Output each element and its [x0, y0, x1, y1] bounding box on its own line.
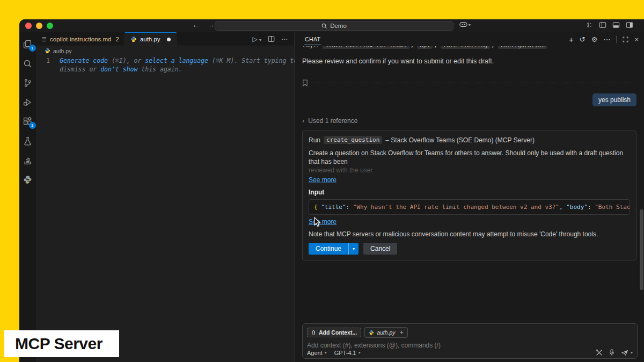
stack-overflow-icon[interactable] — [21, 154, 34, 166]
chevron-right-icon: › — [302, 117, 304, 125]
tool-description: Create a question on Stack Overflow for … — [309, 149, 630, 166]
mouse-cursor — [314, 217, 321, 228]
editor-actions: ▷ ▾ ⋯ — [252, 32, 294, 46]
toggle-secondary-sidebar-icon[interactable] — [626, 21, 633, 28]
model-selector[interactable]: GPT-4.1▾ — [334, 350, 361, 356]
chevron-down-icon: ▾ — [325, 350, 327, 355]
breadcrumb[interactable]: auth.py — [36, 46, 294, 55]
ghost-text-line1: Generate code (⌘I), or select a language… — [60, 56, 297, 65]
markdown-file-icon: ≣ — [41, 35, 47, 43]
search-value: Demo — [330, 23, 347, 29]
toggle-panel-icon[interactable] — [612, 21, 620, 28]
tab-copilot-instructions[interactable]: ≣ copilot-instructions.md 2 — [36, 32, 125, 46]
chevron-down-icon: ▾ — [358, 350, 361, 355]
add-file-icon[interactable]: + — [400, 329, 404, 336]
chat-input-box[interactable]: Add Context... auth.py + Add context (#)… — [302, 323, 638, 359]
tool-input-json[interactable]: { "title": "Why hasn't the API rate limi… — [309, 199, 630, 215]
traffic-lights — [25, 23, 53, 29]
source-control-icon[interactable] — [21, 76, 34, 89]
run-debug-icon[interactable] — [21, 96, 34, 108]
new-chat-icon[interactable]: + — [569, 35, 574, 44]
forward-icon[interactable]: → — [207, 20, 215, 29]
bookmark-icon[interactable] — [302, 79, 308, 86]
microphone-icon[interactable] — [609, 349, 614, 356]
tab-bar: ≣ copilot-instructions.md 2 auth.py ▷ ▾ … — [36, 32, 294, 46]
split-editor-icon[interactable] — [268, 35, 275, 42]
unsaved-dot-icon[interactable] — [167, 38, 171, 41]
chevron-down-icon: ▾ — [631, 350, 633, 355]
line-number: 1 — [36, 56, 60, 65]
tool-description-faded: reviewed with the user — [309, 166, 630, 175]
tag-pill: rate limiting — [441, 46, 490, 49]
dont-show-link[interactable]: don't show — [100, 66, 137, 73]
run-file-button[interactable]: ▷ ▾ — [252, 35, 261, 43]
scrollbar-thumb[interactable] — [640, 209, 643, 290]
tab-label: copilot-instructions.md — [50, 36, 111, 42]
generate-code-link[interactable]: Generate code — [60, 57, 108, 64]
paperclip-icon — [311, 330, 316, 336]
cancel-button[interactable]: Cancel — [363, 243, 397, 255]
toggle-primary-sidebar-icon[interactable] — [599, 21, 606, 28]
copilot-icon — [459, 21, 467, 28]
python-icon[interactable] — [21, 173, 34, 186]
code-editor[interactable]: 1 Generate code (⌘I), or select a langua… — [36, 55, 294, 362]
minimize-window-button[interactable] — [36, 23, 42, 29]
scrolled-message-clip: tags: stack overflow for teams, api, rat… — [302, 46, 636, 50]
zoom-window-button[interactable] — [47, 23, 53, 29]
settings-gear-icon[interactable]: ⚙ — [591, 35, 598, 44]
explorer-badge: 1 — [29, 45, 36, 52]
input-section-label: Input — [309, 189, 630, 196]
python-file-icon — [130, 36, 137, 42]
send-button[interactable]: ▾ — [621, 350, 633, 356]
more-actions-icon[interactable]: ⋯ — [603, 35, 610, 44]
chat-input-placeholder[interactable]: Add context (#), extensions (@), command… — [307, 342, 633, 349]
chevron-down-icon: ▾ — [469, 23, 471, 27]
chat-panel-header: CHAT + ↺ ⚙ ⋯ × — [295, 32, 644, 46]
select-language-link[interactable]: select a language — [145, 57, 208, 64]
security-note: Note that MCP servers or malicious conve… — [309, 230, 630, 238]
chat-conversation: tags: stack overflow for teams, api, rat… — [295, 46, 644, 362]
explorer-icon[interactable]: 1 — [21, 38, 34, 50]
chat-history-icon[interactable]: ↺ — [580, 35, 586, 44]
extensions-icon[interactable]: 1 — [21, 115, 34, 128]
see-more-link[interactable]: See more — [309, 176, 336, 184]
configure-tools-icon[interactable] — [596, 349, 603, 356]
user-message-bubble: yes publish — [592, 93, 636, 106]
chat-panel: CHAT + ↺ ⚙ ⋯ × tags: stack overflow for … — [295, 32, 644, 362]
title-bar: ← → Demo ▾ — [19, 19, 644, 32]
ghost-text-line2: dismiss or don't show this again. — [60, 65, 182, 74]
breadcrumb-file[interactable]: auth.py — [53, 48, 71, 54]
continue-button[interactable]: Continue ▾ — [309, 243, 358, 255]
mode-selector[interactable]: Agent▾ — [307, 350, 327, 356]
references-toggle[interactable]: › Used 1 reference — [302, 117, 636, 125]
tag-pill: configuration — [498, 46, 547, 49]
close-window-button[interactable] — [25, 23, 32, 29]
command-center-search[interactable]: Demo — [215, 21, 453, 31]
context-file-name: auth.py — [377, 329, 395, 336]
see-more-link[interactable]: See more — [309, 218, 336, 226]
references-label: Used 1 reference — [308, 117, 357, 125]
tag-pill: api — [417, 46, 433, 49]
more-actions-icon[interactable]: ⋯ — [281, 35, 288, 43]
customize-layout-icon[interactable] — [586, 21, 593, 28]
extensions-badge: 1 — [29, 122, 36, 129]
caption-text: MCP Server — [15, 335, 103, 353]
context-file-pill[interactable]: auth.py + — [364, 327, 407, 338]
tab-auth-py[interactable]: auth.py — [125, 32, 177, 46]
activity-bar: 1 1 — [19, 32, 36, 362]
copilot-menu[interactable]: ▾ — [459, 21, 471, 28]
tab-badge: 2 — [115, 36, 119, 42]
chat-tab[interactable]: CHAT — [304, 33, 321, 45]
tool-title: Run create_question – Stack Overflow Tea… — [309, 136, 630, 144]
mcp-server-caption: MCP Server — [4, 330, 119, 357]
maximize-panel-icon[interactable] — [623, 37, 628, 42]
tag-pill: stack overflow for teams — [323, 46, 409, 49]
history-navigation: ← → — [192, 20, 215, 29]
continue-dropdown-icon[interactable]: ▾ — [348, 243, 358, 255]
back-icon[interactable]: ← — [192, 20, 200, 29]
python-file-icon — [45, 48, 50, 54]
add-context-button[interactable]: Add Context... — [307, 328, 361, 337]
search-sidebar-icon[interactable] — [21, 57, 34, 70]
testing-icon[interactable] — [21, 134, 34, 147]
close-panel-icon[interactable]: × — [634, 35, 639, 44]
